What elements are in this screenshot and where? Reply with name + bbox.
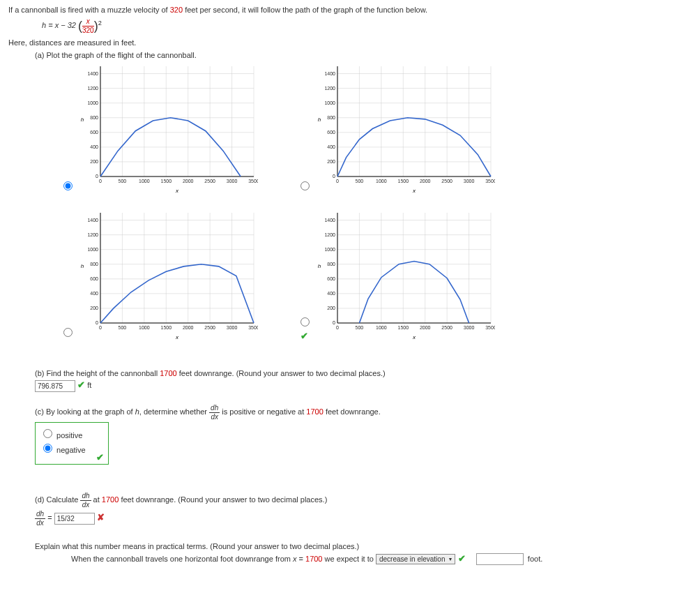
part-d-answer-input[interactable]: 15/32 — [54, 513, 95, 525]
svg-text:800: 800 — [90, 115, 98, 120]
part-d-text-3: feet downrange. (Round your answer to tw… — [119, 495, 327, 504]
intro-text-1: If a cannonball is fired with a muzzle v… — [8, 6, 170, 14]
svg-text:200: 200 — [327, 159, 335, 164]
graph-options-grid: 0500100015002000250030003500020040060080… — [57, 62, 545, 355]
svg-text:1000: 1000 — [139, 325, 150, 330]
graph-radio-3[interactable] — [63, 328, 73, 337]
svg-text:800: 800 — [90, 262, 98, 266]
equation-lhs: h = x − 32 — [42, 21, 76, 29]
intro-text-2: feet per second, it will follow the path… — [183, 6, 427, 14]
svg-text:1200: 1200 — [324, 86, 335, 91]
svg-text:500: 500 — [356, 179, 364, 183]
svg-text:200: 200 — [327, 306, 335, 310]
graph-radio-4[interactable] — [301, 317, 310, 326]
graph-plot-2: 0500100015002000250030003500020040060080… — [314, 62, 495, 195]
svg-text:2000: 2000 — [183, 179, 194, 183]
fraction-denominator: 320 — [82, 27, 94, 34]
svg-text:1000: 1000 — [139, 179, 150, 183]
svg-text:1400: 1400 — [324, 71, 335, 76]
part-b-answer-input[interactable]: 796.875 — [35, 380, 75, 392]
svg-text:1000: 1000 — [87, 100, 98, 105]
part-d-dden: dx — [80, 501, 91, 509]
label-negative: negative — [56, 446, 86, 454]
part-d-lhs-den: dx — [35, 519, 45, 527]
equation-fraction: x 320 — [82, 18, 94, 34]
svg-text:x: x — [412, 334, 416, 340]
intro-velocity: 320 — [170, 6, 183, 14]
explain-text-1: When the cannonball travels one horizont… — [71, 555, 293, 563]
part-b-text-1: (b) Find the height of the cannonball — [35, 369, 160, 377]
label-positive: positive — [56, 431, 82, 440]
part-c-value: 1700 — [306, 407, 323, 416]
svg-text:600: 600 — [327, 276, 335, 281]
svg-text:2000: 2000 — [183, 325, 194, 330]
question-intro: If a cannonball is fired with a muzzle v… — [8, 6, 669, 14]
svg-text:2500: 2500 — [441, 179, 452, 183]
check-icon: ✔ — [301, 331, 308, 341]
option-positive[interactable]: positive — [40, 427, 102, 440]
cross-icon: ✘ — [97, 512, 105, 523]
svg-text:1200: 1200 — [87, 86, 98, 91]
svg-text:h: h — [318, 263, 321, 269]
option-negative[interactable]: negative — [40, 442, 102, 454]
part-d-text-2: at — [93, 495, 102, 504]
svg-text:800: 800 — [327, 262, 335, 266]
part-c-dden: dx — [209, 413, 220, 421]
svg-text:1400: 1400 — [324, 218, 335, 223]
graph-plot-4: 0500100015002000250030003500020040060080… — [314, 209, 495, 341]
explain-sentence: When the cannonball travels one horizont… — [71, 553, 669, 566]
svg-text:200: 200 — [90, 159, 98, 164]
explain-value: 1700 — [305, 555, 322, 563]
svg-text:2000: 2000 — [420, 325, 431, 330]
part-c-derivative: dh dx — [209, 405, 220, 421]
svg-text:200: 200 — [90, 306, 98, 310]
explain-amount-input[interactable] — [476, 553, 524, 565]
svg-text:2500: 2500 — [204, 325, 215, 330]
equation-exponent: 2 — [98, 20, 102, 27]
svg-text:500: 500 — [356, 325, 364, 330]
check-icon: ✔ — [458, 553, 466, 564]
svg-text:600: 600 — [90, 276, 98, 281]
part-d-lhs-num: dh — [35, 511, 45, 519]
part-a-prompt: (a) Plot the graph of the flight of the … — [35, 51, 669, 59]
svg-text:1400: 1400 — [87, 71, 98, 76]
svg-text:1200: 1200 — [87, 232, 98, 237]
svg-text:1500: 1500 — [397, 325, 409, 330]
part-b-value: 1700 — [160, 369, 176, 377]
svg-text:3000: 3000 — [464, 179, 475, 183]
fraction-numerator: x — [82, 18, 94, 27]
part-d-value: 1700 — [102, 495, 119, 504]
part-c-text-2: , determine whether — [139, 407, 209, 416]
graph-radio-1[interactable] — [63, 181, 73, 190]
part-b-text-2: feet downrange. (Round your answer to tw… — [177, 369, 386, 377]
svg-text:0: 0 — [333, 320, 335, 325]
svg-text:1200: 1200 — [324, 232, 335, 237]
part-d-dnum: dh — [80, 493, 91, 501]
part-b-prompt: (b) Find the height of the cannonball 17… — [35, 369, 669, 377]
graph-plot-1: 0500100015002000250030003500020040060080… — [77, 62, 258, 195]
graph-radio-2[interactable] — [301, 181, 310, 190]
svg-text:400: 400 — [327, 144, 335, 149]
radio-negative[interactable] — [43, 444, 52, 453]
part-d-text-1: (d) Calculate — [35, 495, 80, 504]
svg-text:h: h — [81, 263, 84, 269]
part-d-derivative: dh dx — [80, 493, 91, 509]
graph-option-2: 0500100015002000250030003500020040060080… — [294, 62, 531, 195]
svg-text:1000: 1000 — [324, 100, 335, 105]
svg-text:3000: 3000 — [227, 179, 238, 183]
svg-text:x: x — [175, 188, 179, 194]
svg-text:400: 400 — [90, 144, 98, 149]
svg-text:1000: 1000 — [87, 247, 98, 252]
svg-text:1400: 1400 — [87, 218, 98, 223]
svg-text:600: 600 — [90, 130, 98, 135]
svg-text:3500: 3500 — [485, 325, 495, 330]
svg-text:h: h — [318, 117, 321, 123]
svg-text:0: 0 — [336, 325, 339, 330]
svg-text:x: x — [175, 334, 179, 340]
part-c-dnum: dh — [209, 405, 220, 413]
svg-text:3000: 3000 — [464, 325, 475, 330]
radio-positive[interactable] — [43, 429, 52, 438]
svg-text:3500: 3500 — [248, 325, 258, 330]
svg-text:h: h — [81, 117, 84, 123]
direction-select[interactable]: decrease in elevation — [376, 554, 456, 564]
